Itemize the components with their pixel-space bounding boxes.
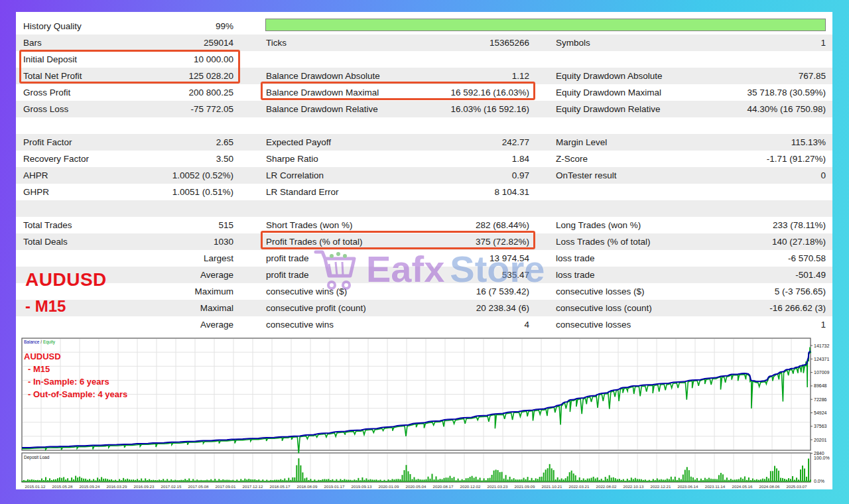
svg-text:2025.03.07: 2025.03.07 xyxy=(787,484,808,489)
stat-value: 515 xyxy=(96,217,233,233)
svg-text:37563: 37563 xyxy=(814,424,827,428)
table-row: GHPR1.0051 (0.51%)LR Standard Error8 104… xyxy=(16,184,832,200)
stat-value: 8 104.31 xyxy=(387,184,529,200)
stat-value: 1.0051 (0.51%) xyxy=(96,184,233,200)
shopping-cart-icon xyxy=(312,244,361,293)
svg-text:2016.03.29: 2016.03.29 xyxy=(107,484,128,489)
stat-value: 0 xyxy=(686,167,826,184)
stat-value: 259014 xyxy=(96,34,233,51)
highlight-box-balance-drawdown xyxy=(261,82,535,100)
svg-text:2018.05.17: 2018.05.17 xyxy=(270,484,291,489)
stat-value: 200 800.25 xyxy=(96,84,233,101)
svg-text:2023.06.14: 2023.06.14 xyxy=(678,484,699,489)
stat-value: -1.71 (91.27%) xyxy=(686,151,826,167)
watermark: Eafx Store xyxy=(312,244,545,293)
report-panel: History Quality99%Bars259014Ticks1536526… xyxy=(16,12,832,489)
stat-value: 1 xyxy=(686,316,826,333)
stat-value: -75 772.05 xyxy=(96,101,233,117)
stat-value: 233 (78.11%) xyxy=(686,217,826,233)
stat-label: consecutive wins xyxy=(266,316,334,333)
stat-label: Ticks xyxy=(266,34,287,51)
stat-label: Total Deals xyxy=(23,233,68,250)
stat-label: Sharpe Ratio xyxy=(266,151,318,167)
svg-text:AUDUSD: AUDUSD xyxy=(24,351,61,361)
stat-label: Margin Level xyxy=(556,134,607,151)
stat-label: Gross Profit xyxy=(23,84,70,101)
svg-text:2840: 2840 xyxy=(814,451,824,456)
svg-text:2024.08.06: 2024.08.06 xyxy=(759,484,781,489)
stat-label: History Quality xyxy=(23,18,82,34)
stat-value: 3.50 xyxy=(96,151,233,167)
table-row: Recovery Factor3.50Sharpe Ratio1.84Z-Sco… xyxy=(16,151,832,167)
svg-text:Balance / Equity: Balance / Equity xyxy=(24,340,56,345)
stat-label: Total Trades xyxy=(23,217,72,233)
table-row: Averageconsecutive wins4consecutive loss… xyxy=(16,316,832,333)
svg-text:141732: 141732 xyxy=(814,344,829,348)
svg-text:2021.03.23: 2021.03.23 xyxy=(488,484,509,489)
balance-equity-chart: 1417321243711070098964872286549243756320… xyxy=(16,334,832,489)
stat-value: 1.0052 (0.52%) xyxy=(96,167,233,184)
stat-label: Equity Drawdown Maximal xyxy=(556,84,661,101)
stat-label: loss trade xyxy=(556,267,595,283)
stat-label: consecutive losses ($) xyxy=(556,283,645,300)
watermark-brand-first: Eafx xyxy=(366,247,444,290)
table-row xyxy=(16,117,832,134)
stat-label: profit trade xyxy=(266,250,309,267)
stat-value: 16.03% (16 592.16) xyxy=(387,101,529,117)
stat-value: -16 266.62 (3) xyxy=(686,300,826,316)
stat-value: Average xyxy=(96,316,233,333)
stat-label: Equity Drawdown Relative xyxy=(556,101,661,117)
stat-value: -501.49 xyxy=(686,267,826,283)
stat-value: 115.13% xyxy=(686,134,826,151)
table-row xyxy=(16,200,832,217)
stat-value: -6 570.58 xyxy=(686,250,826,267)
stat-label: loss trade xyxy=(556,250,595,267)
svg-text:54924: 54924 xyxy=(814,410,827,415)
stat-value: 140 (27.18%) xyxy=(686,233,826,250)
stat-value: Maximum xyxy=(96,283,233,300)
svg-text:2023.11.14: 2023.11.14 xyxy=(705,484,726,489)
svg-text:124371: 124371 xyxy=(814,357,829,361)
stat-label: Recovery Factor xyxy=(23,151,89,167)
stat-value: 767.85 xyxy=(686,68,826,84)
stat-value: Average xyxy=(96,267,233,283)
svg-text:2022.10.13: 2022.10.13 xyxy=(623,484,645,489)
svg-text:2024.05.16: 2024.05.16 xyxy=(732,484,753,489)
svg-text:2022.03.21: 2022.03.21 xyxy=(569,484,590,489)
svg-text:72286: 72286 xyxy=(814,397,827,402)
stat-label: Z-Score xyxy=(556,151,588,167)
stat-label: Loss Trades (% of total) xyxy=(556,233,651,250)
stat-value: 99% xyxy=(96,18,233,34)
svg-text:107009: 107009 xyxy=(814,370,829,375)
symbol-label: AUDUSD xyxy=(25,269,107,290)
stat-value: 1.84 xyxy=(387,151,529,167)
svg-text:2020.01.09: 2020.01.09 xyxy=(379,484,400,489)
stat-value: 35 718.78 (30.59%) xyxy=(686,84,826,101)
svg-text:- In-Sample: 6 years: - In-Sample: 6 years xyxy=(28,377,109,387)
stat-value: 5 (-3 756.65) xyxy=(686,283,826,300)
svg-text:0.0%: 0.0% xyxy=(814,479,824,483)
svg-text:20201: 20201 xyxy=(814,438,827,442)
svg-text:2018.08.09: 2018.08.09 xyxy=(297,484,318,489)
stat-value: 242.77 xyxy=(387,134,529,151)
svg-text:2017.12.12: 2017.12.12 xyxy=(243,484,264,489)
svg-text:2015.05.28: 2015.05.28 xyxy=(52,484,74,489)
stat-value: 4 xyxy=(387,316,529,333)
stat-value: 44.30% (16 750.98) xyxy=(686,101,826,117)
svg-text:2015.09.24: 2015.09.24 xyxy=(80,484,101,489)
svg-text:2019.01.17: 2019.01.17 xyxy=(324,484,346,489)
svg-text:Deposit Load: Deposit Load xyxy=(24,455,50,460)
stat-label: consecutive loss (count) xyxy=(556,300,652,316)
history-quality-bar xyxy=(265,19,826,31)
highlight-box-net-profit xyxy=(19,50,240,84)
gradient-frame: History Quality99%Bars259014Ticks1536526… xyxy=(0,0,849,504)
stat-value: 2.65 xyxy=(96,134,233,151)
stat-label: Symbols xyxy=(556,34,590,51)
stat-value: Maximal xyxy=(96,300,233,316)
svg-text:2020.08.17: 2020.08.17 xyxy=(433,484,454,489)
stat-value: 20 238.34 (6) xyxy=(387,300,529,316)
svg-text:2022.08.02: 2022.08.02 xyxy=(596,484,618,489)
stat-label: Equity Drawdown Absolute xyxy=(556,68,663,84)
svg-text:2022.12.21: 2022.12.21 xyxy=(651,484,672,489)
svg-text:2017.02.15: 2017.02.15 xyxy=(161,484,182,489)
